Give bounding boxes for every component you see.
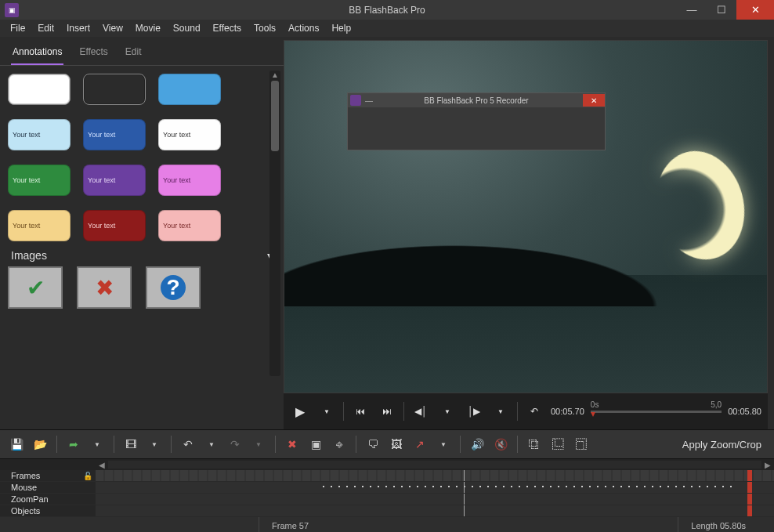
close-button[interactable]: ✕ <box>736 0 774 20</box>
save-button[interactable]: 💾 <box>6 434 27 454</box>
menu-actions[interactable]: Actions <box>283 21 324 35</box>
track-mouse[interactable]: Mouse <box>0 482 774 494</box>
images-section-header[interactable]: Images ▾ <box>8 241 276 266</box>
textbox-button[interactable]: 🗨 <box>363 434 383 454</box>
side-content: Your textYour textYour textYour textYour… <box>0 66 284 429</box>
annotation-bubble-5[interactable]: Your text <box>158 119 221 150</box>
arrow-button[interactable]: ↗ <box>410 434 430 454</box>
annotation-bubble-4[interactable]: Your text <box>83 119 146 150</box>
maximize-button[interactable]: ☐ <box>707 0 736 20</box>
open-button[interactable]: 📂 <box>30 434 50 454</box>
skip-start-button[interactable]: ⏮ <box>350 401 371 422</box>
window-button[interactable]: ⿹ <box>571 434 591 454</box>
menu-insert[interactable]: Insert <box>61 21 96 35</box>
ruler-left-arrow[interactable]: ◀ <box>96 461 108 469</box>
step-forward-button[interactable]: │▶ <box>464 401 484 422</box>
minimize-button[interactable]: — <box>677 0 707 20</box>
track-frames[interactable]: Frames🔓 <box>0 470 774 482</box>
image-button[interactable]: 🖼 <box>386 434 407 454</box>
track-label: ZoomPan <box>0 494 83 505</box>
question-icon[interactable]: ? <box>146 266 201 309</box>
play-dropdown[interactable]: ▼ <box>316 401 337 422</box>
menu-movie[interactable]: Movie <box>130 21 166 35</box>
annotation-bubble-1[interactable] <box>83 74 146 105</box>
redo-dropdown[interactable]: ▼ <box>248 434 269 454</box>
lock-icon[interactable] <box>83 482 96 493</box>
slider-handle[interactable]: ▾ <box>591 408 595 419</box>
menu-edit[interactable]: Edit <box>32 21 60 35</box>
lock-icon[interactable] <box>83 505 96 516</box>
time-slider[interactable]: 0s 5,0 ▾ <box>591 399 722 424</box>
side-tab-effects[interactable]: Effects <box>78 43 109 65</box>
timeline-tracks: Frames🔓MouseZoomPanObjects <box>0 470 774 517</box>
check-icon[interactable]: ✔ <box>8 266 63 309</box>
copy-button[interactable]: ⿺ <box>548 434 568 454</box>
recorder-close[interactable]: ✕ <box>583 94 605 107</box>
menu-help[interactable]: Help <box>326 21 356 35</box>
apply-zoom-crop-button[interactable]: Apply Zoom/Crop <box>676 439 768 451</box>
undo-button[interactable]: ↶ <box>178 434 198 454</box>
lock-icon[interactable]: 🔓 <box>83 470 96 481</box>
recorder-minimize[interactable]: — <box>361 96 377 105</box>
track-body[interactable] <box>96 470 774 481</box>
share-button[interactable]: ➦ <box>63 434 84 454</box>
status-frame: Frame 57 <box>259 517 321 532</box>
sound-mute-button[interactable]: 🔇 <box>490 434 511 454</box>
track-body[interactable] <box>96 505 774 516</box>
side-tab-edit[interactable]: Edit <box>124 43 143 65</box>
preview-panel: BB FlashBack Pro 5 Recorder — ✕ ▶ ▼ ⏮ ⏭ … <box>284 37 774 429</box>
play-button[interactable]: ▶ <box>290 401 310 422</box>
crop-frame-button[interactable]: ▣ <box>306 434 326 454</box>
share-dropdown[interactable]: ▼ <box>87 434 107 454</box>
annotation-bubble-10[interactable]: Your text <box>83 210 146 241</box>
redo-button[interactable]: ↷ <box>225 434 245 454</box>
step-back-dropdown[interactable]: ▼ <box>437 401 458 422</box>
crop-button[interactable]: ⿻ <box>524 434 544 454</box>
slider-end-label: 5,0 <box>711 400 722 409</box>
side-tab-annotations[interactable]: Annotations <box>11 43 63 65</box>
menu-tools[interactable]: Tools <box>248 21 281 35</box>
recorder-title: BB FlashBack Pro 5 Recorder <box>424 96 528 105</box>
annotation-bubble-3[interactable]: Your text <box>8 119 71 150</box>
titlebar: ▣ BB FlashBack Pro — ☐ ✕ <box>0 0 774 20</box>
skip-end-button[interactable]: ⏭ <box>377 401 397 422</box>
status-length: Length 05.80s <box>678 517 758 532</box>
lock-icon[interactable] <box>83 494 96 505</box>
track-objects[interactable]: Objects <box>0 505 774 517</box>
images-section-label: Images <box>11 249 47 262</box>
annotation-bubble-2[interactable] <box>158 74 221 105</box>
annotation-bubble-8[interactable]: Your text <box>158 165 221 196</box>
embedded-recorder-window: BB FlashBack Pro 5 Recorder — ✕ <box>347 92 606 150</box>
menu-sound[interactable]: Sound <box>168 21 206 35</box>
annotation-bubble-11[interactable]: Your text <box>158 210 221 241</box>
annotation-bubble-7[interactable]: Your text <box>83 165 146 196</box>
cross-icon[interactable]: ✖ <box>77 266 132 309</box>
undo-dropdown[interactable]: ▼ <box>201 434 222 454</box>
timeline-ruler[interactable]: ◀ ▶ <box>0 459 774 470</box>
app-icon: ▣ <box>5 3 19 17</box>
scrollbar[interactable]: ▲ <box>269 71 280 376</box>
film-button[interactable]: 🎞 <box>121 434 141 454</box>
track-body[interactable] <box>96 494 774 505</box>
track-body[interactable] <box>96 482 774 493</box>
menu-file[interactable]: File <box>5 21 31 35</box>
loop-button[interactable]: ↶ <box>524 401 544 422</box>
step-back-button[interactable]: ◀│ <box>411 401 431 422</box>
track-label: Objects <box>0 505 83 516</box>
film-dropdown[interactable]: ▼ <box>144 434 165 454</box>
track-zoompan[interactable]: ZoomPan <box>0 494 774 505</box>
split-button[interactable]: ⎆ <box>329 434 349 454</box>
sound-add-button[interactable]: 🔊 <box>467 434 487 454</box>
delete-button[interactable]: ✖ <box>282 434 302 454</box>
video-preview[interactable]: BB FlashBack Pro 5 Recorder — ✕ <box>284 40 768 393</box>
step-forward-dropdown[interactable]: ▼ <box>490 401 511 422</box>
arrow-dropdown[interactable]: ▼ <box>433 434 454 454</box>
annotation-bubble-9[interactable]: Your text <box>8 210 71 241</box>
menu-effects[interactable]: Effects <box>208 21 247 35</box>
annotation-bubble-0[interactable] <box>8 74 71 105</box>
ruler-right-arrow[interactable]: ▶ <box>761 461 774 469</box>
menu-view[interactable]: View <box>97 21 128 35</box>
scrollbar-thumb[interactable] <box>271 81 279 151</box>
track-label: Frames <box>0 470 83 481</box>
annotation-bubble-6[interactable]: Your text <box>8 165 71 196</box>
